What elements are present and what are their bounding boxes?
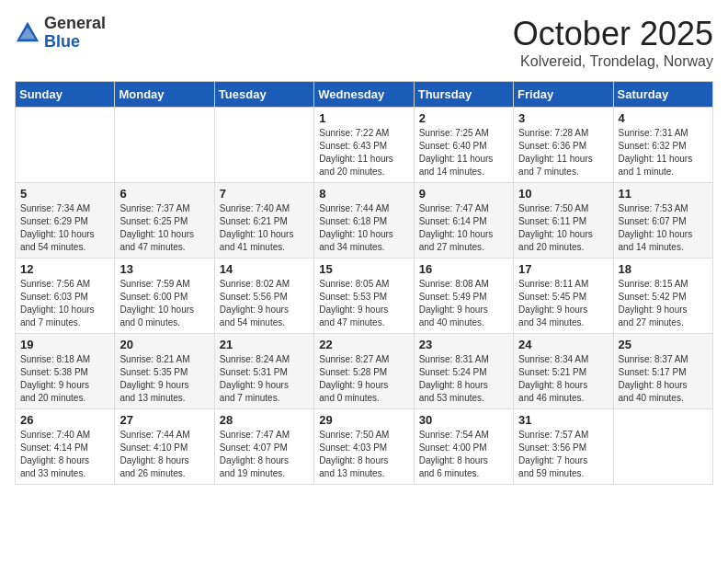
calendar-cell: 2Sunrise: 7:25 AM Sunset: 6:40 PM Daylig… [414, 108, 513, 183]
day-number: 21 [220, 338, 309, 351]
calendar-cell: 24Sunrise: 8:34 AM Sunset: 5:21 PM Dayli… [514, 334, 613, 409]
day-number: 1 [319, 111, 408, 125]
day-number: 8 [319, 187, 408, 201]
logo-blue: Blue [44, 33, 106, 52]
cell-content: Sunrise: 8:21 AM Sunset: 5:35 PM Dayligh… [119, 353, 209, 405]
day-number: 28 [220, 413, 309, 427]
day-number: 14 [220, 262, 309, 276]
day-number: 23 [419, 338, 508, 351]
calendar-cell: 15Sunrise: 8:05 AM Sunset: 5:53 PM Dayli… [314, 259, 414, 334]
cell-content: Sunrise: 8:24 AM Sunset: 5:31 PM Dayligh… [220, 353, 309, 405]
cell-content: Sunrise: 8:15 AM Sunset: 5:42 PM Dayligh… [619, 278, 708, 329]
calendar-cell: 26Sunrise: 7:40 AM Sunset: 4:14 PM Dayli… [16, 409, 115, 485]
cell-content: Sunrise: 7:31 AM Sunset: 6:32 PM Dayligh… [619, 127, 708, 178]
cell-content: Sunrise: 7:47 AM Sunset: 6:14 PM Dayligh… [419, 202, 508, 254]
calendar-cell: 4Sunrise: 7:31 AM Sunset: 6:32 PM Daylig… [613, 108, 712, 183]
calendar-cell: 5Sunrise: 7:34 AM Sunset: 6:29 PM Daylig… [16, 183, 115, 259]
logo: General Blue [15, 15, 106, 52]
day-number: 2 [419, 111, 508, 125]
day-number: 3 [518, 111, 608, 125]
calendar-cell: 27Sunrise: 7:44 AM Sunset: 4:10 PM Dayli… [115, 409, 214, 485]
cell-content: Sunrise: 8:34 AM Sunset: 5:21 PM Dayligh… [518, 353, 608, 405]
cell-content: Sunrise: 7:59 AM Sunset: 6:00 PM Dayligh… [119, 278, 209, 329]
cell-content: Sunrise: 7:54 AM Sunset: 4:00 PM Dayligh… [419, 429, 508, 480]
cell-content: Sunrise: 7:50 AM Sunset: 4:03 PM Dayligh… [319, 429, 408, 480]
weekday-header: Wednesday [314, 82, 414, 108]
day-number: 17 [518, 262, 608, 276]
cell-content: Sunrise: 7:40 AM Sunset: 6:21 PM Dayligh… [220, 202, 309, 254]
calendar-cell: 18Sunrise: 8:15 AM Sunset: 5:42 PM Dayli… [613, 259, 712, 334]
cell-content: Sunrise: 8:08 AM Sunset: 5:49 PM Dayligh… [419, 278, 508, 329]
day-number: 12 [20, 262, 109, 276]
cell-content: Sunrise: 7:57 AM Sunset: 3:56 PM Dayligh… [518, 429, 608, 480]
day-number: 11 [619, 187, 708, 201]
cell-content: Sunrise: 8:11 AM Sunset: 5:45 PM Dayligh… [518, 278, 608, 329]
calendar-cell: 31Sunrise: 7:57 AM Sunset: 3:56 PM Dayli… [514, 409, 613, 485]
day-number: 16 [419, 262, 508, 276]
page-header: General Blue October 2025 Kolvereid, Tro… [15, 15, 713, 70]
calendar-week-row: 19Sunrise: 8:18 AM Sunset: 5:38 PM Dayli… [16, 334, 713, 409]
day-number: 18 [619, 262, 708, 276]
calendar-cell [214, 108, 313, 183]
day-number: 20 [119, 338, 209, 351]
weekday-header: Sunday [16, 82, 115, 108]
weekday-header: Friday [514, 82, 613, 108]
cell-content: Sunrise: 7:40 AM Sunset: 4:14 PM Dayligh… [20, 429, 109, 480]
calendar-week-row: 26Sunrise: 7:40 AM Sunset: 4:14 PM Dayli… [16, 409, 713, 485]
cell-content: Sunrise: 7:37 AM Sunset: 6:25 PM Dayligh… [119, 202, 209, 254]
calendar-cell: 30Sunrise: 7:54 AM Sunset: 4:00 PM Dayli… [414, 409, 513, 485]
cell-content: Sunrise: 7:53 AM Sunset: 6:07 PM Dayligh… [619, 202, 708, 254]
weekday-header: Thursday [414, 82, 513, 108]
calendar-cell: 19Sunrise: 8:18 AM Sunset: 5:38 PM Dayli… [16, 334, 115, 409]
calendar-cell [16, 108, 115, 183]
logo-text: General Blue [44, 15, 106, 52]
day-number: 27 [119, 413, 209, 427]
day-number: 29 [319, 413, 408, 427]
calendar-cell [115, 108, 214, 183]
cell-content: Sunrise: 7:44 AM Sunset: 6:18 PM Dayligh… [319, 202, 408, 254]
cell-content: Sunrise: 8:18 AM Sunset: 5:38 PM Dayligh… [20, 353, 109, 405]
cell-content: Sunrise: 8:05 AM Sunset: 5:53 PM Dayligh… [319, 278, 408, 329]
cell-content: Sunrise: 7:47 AM Sunset: 4:07 PM Dayligh… [220, 429, 309, 480]
day-number: 19 [20, 338, 109, 351]
calendar-cell [613, 409, 712, 485]
day-number: 22 [319, 338, 408, 351]
cell-content: Sunrise: 8:27 AM Sunset: 5:28 PM Dayligh… [319, 353, 408, 405]
day-number: 24 [518, 338, 608, 351]
day-number: 9 [419, 187, 508, 201]
calendar-cell: 25Sunrise: 8:37 AM Sunset: 5:17 PM Dayli… [613, 334, 712, 409]
weekday-header: Monday [115, 82, 214, 108]
title-block: October 2025 Kolvereid, Trondelag, Norwa… [513, 15, 713, 70]
day-number: 25 [619, 338, 708, 351]
calendar-cell: 16Sunrise: 8:08 AM Sunset: 5:49 PM Dayli… [414, 259, 513, 334]
calendar-cell: 8Sunrise: 7:44 AM Sunset: 6:18 PM Daylig… [314, 183, 414, 259]
calendar-cell: 9Sunrise: 7:47 AM Sunset: 6:14 PM Daylig… [414, 183, 513, 259]
calendar-cell: 3Sunrise: 7:28 AM Sunset: 6:36 PM Daylig… [514, 108, 613, 183]
calendar-week-row: 1Sunrise: 7:22 AM Sunset: 6:43 PM Daylig… [16, 108, 713, 183]
location: Kolvereid, Trondelag, Norway [513, 53, 713, 70]
calendar-cell: 12Sunrise: 7:56 AM Sunset: 6:03 PM Dayli… [16, 259, 115, 334]
day-number: 6 [119, 187, 209, 201]
day-number: 7 [220, 187, 309, 201]
day-number: 30 [419, 413, 508, 427]
cell-content: Sunrise: 8:37 AM Sunset: 5:17 PM Dayligh… [619, 353, 708, 405]
weekday-header-row: SundayMondayTuesdayWednesdayThursdayFrid… [16, 82, 713, 108]
calendar-week-row: 12Sunrise: 7:56 AM Sunset: 6:03 PM Dayli… [16, 259, 713, 334]
calendar-cell: 22Sunrise: 8:27 AM Sunset: 5:28 PM Dayli… [314, 334, 414, 409]
day-number: 31 [518, 413, 608, 427]
cell-content: Sunrise: 8:31 AM Sunset: 5:24 PM Dayligh… [419, 353, 508, 405]
calendar-cell: 13Sunrise: 7:59 AM Sunset: 6:00 PM Dayli… [115, 259, 214, 334]
cell-content: Sunrise: 7:22 AM Sunset: 6:43 PM Dayligh… [319, 127, 408, 178]
calendar-week-row: 5Sunrise: 7:34 AM Sunset: 6:29 PM Daylig… [16, 183, 713, 259]
cell-content: Sunrise: 7:34 AM Sunset: 6:29 PM Dayligh… [20, 202, 109, 254]
logo-icon [15, 20, 40, 46]
calendar-table: SundayMondayTuesdayWednesdayThursdayFrid… [15, 81, 713, 485]
day-number: 10 [518, 187, 608, 201]
cell-content: Sunrise: 7:25 AM Sunset: 6:40 PM Dayligh… [419, 127, 508, 178]
weekday-header: Tuesday [214, 82, 313, 108]
calendar-cell: 11Sunrise: 7:53 AM Sunset: 6:07 PM Dayli… [613, 183, 712, 259]
day-number: 15 [319, 262, 408, 276]
day-number: 13 [119, 262, 209, 276]
calendar-cell: 21Sunrise: 8:24 AM Sunset: 5:31 PM Dayli… [214, 334, 313, 409]
calendar-cell: 23Sunrise: 8:31 AM Sunset: 5:24 PM Dayli… [414, 334, 513, 409]
